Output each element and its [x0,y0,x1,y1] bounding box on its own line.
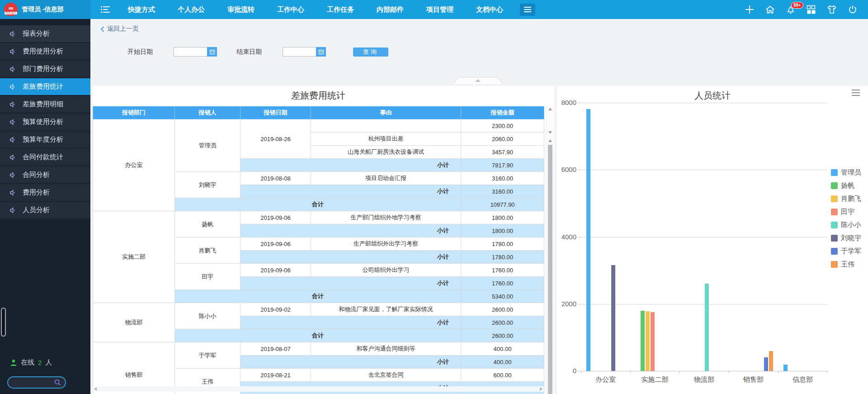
sidebar-item-1[interactable]: 费用使用分析 [0,43,90,60]
app-screen: ∞ 华天动力 管理员 -信息部 快捷方式个人办公审批流转工作中心工作任务内部邮件… [0,0,868,394]
power-icon[interactable] [848,5,857,14]
end-date-input[interactable] [283,47,316,57]
sidebar-item-4[interactable]: 差旅费用明细 [0,96,90,113]
x-tick [729,371,729,373]
speaker-icon [9,154,16,161]
query-button[interactable]: 查询 [353,47,388,57]
collapse-panel-handle[interactable] [452,77,504,84]
nav-item-5[interactable]: 内部邮件 [365,0,415,19]
bar-田宇-实施二部 [651,312,655,371]
sidebar-search-input[interactable] [8,379,54,386]
nav-item-4[interactable]: 工作任务 [316,0,365,19]
subtotal-amount: 2600.00 [461,316,544,329]
legend-item-4[interactable]: 陈小小 [831,218,861,232]
legend-swatch [831,235,838,242]
online-count: 2 [38,359,42,366]
sidebar-menu: 报表分析 费用使用分析 部门费用分析 差旅费用统计 差旅费用明细 预算使用分析 … [0,25,90,218]
cell-department: 办公室 [93,119,175,211]
legend-item-1[interactable]: 扬帆 [831,179,861,192]
start-date-field [174,47,217,57]
nav-item-2[interactable]: 审批流转 [216,0,266,19]
cell-amount: 2600.00 [461,303,544,316]
current-user-label: 管理员 -信息部 [22,5,64,14]
person-icon [10,359,17,366]
cell-amount: 400.00 [461,342,544,356]
theme-shirt-icon[interactable] [827,5,837,14]
speaker-icon [9,136,16,143]
nav-item-3[interactable]: 工作中心 [266,0,316,19]
calendar-icon[interactable] [207,47,217,57]
sidebar-item-7[interactable]: 合同付款统计 [0,149,90,166]
subtotal-label: 小计 [241,277,461,290]
legend-item-0[interactable]: 管理员 [831,166,861,179]
legend-item-2[interactable]: 肖鹏飞 [831,192,861,205]
table-vertical-scrollbar[interactable] [546,105,554,393]
nav-item-7[interactable]: 文档中心 [465,0,514,19]
sidebar-item-0[interactable]: 报表分析 [0,25,90,42]
y-tick-label: 2000 [557,300,576,308]
plus-icon[interactable] [745,5,754,14]
search-icon[interactable] [54,379,61,386]
end-date-label: 结束日期 [236,48,262,56]
sidebar-item-8[interactable]: 合同分析 [0,166,90,183]
bar-肖鹏飞-实施二部 [646,311,650,371]
top-nav: 快捷方式个人办公审批流转工作中心工作任务内部邮件项目管理文档中心 99+ [90,0,868,19]
scrollbar-thumb[interactable] [548,145,552,394]
more-menu-icon[interactable] [520,4,535,16]
y-tick [578,237,581,237]
sidebar-item-6[interactable]: 预算年度分析 [0,131,90,148]
start-date-input[interactable] [174,47,207,57]
cell-department: 物流部 [93,303,175,342]
apps-icon[interactable] [807,5,816,14]
top-nav-items: 快捷方式个人办公审批流转工作中心工作任务内部邮件项目管理文档中心 [117,0,514,19]
sidebar-scroll-handle[interactable] [1,308,6,337]
top-bar: ∞ 华天动力 管理员 -信息部 快捷方式个人办公审批流转工作中心工作任务内部邮件… [0,0,868,19]
total-label: 合计 [175,329,461,342]
home-icon[interactable] [765,5,775,14]
bar-管理员-办公室 [586,109,590,371]
cell-reason: 公司组织外出学习 [311,264,461,277]
legend-item-7[interactable]: 王伟 [831,258,861,271]
sidebar-item-5[interactable]: 预算使用分析 [0,114,90,130]
speaker-icon [9,66,16,73]
cell-date: 2019-08-07 [241,342,311,356]
cell-date: 2019-09-06 [241,211,311,224]
nav-item-0[interactable]: 快捷方式 [117,0,166,19]
x-tick [827,371,828,373]
nav-item-1[interactable]: 个人办公 [166,0,216,19]
x-tick [630,371,631,373]
nav-item-6[interactable]: 项目管理 [415,0,465,19]
sidebar-item-2[interactable]: 部门费用分析 [0,61,90,77]
y-tick-label: 6000 [557,166,576,173]
chart-menu-icon[interactable] [852,90,860,96]
legend-label: 王伟 [841,260,854,269]
legend-label: 于学军 [841,247,861,256]
sidebar-item-3[interactable]: 差旅费用统计 [0,78,90,95]
cell-person: 田宇 [175,264,241,290]
legend-item-3[interactable]: 田宇 [831,205,861,218]
table-horizontal-scrollbar[interactable] [93,386,544,392]
cell-date: 2019-09-06 [241,264,311,277]
logo-infinity-glyph: ∞ [9,5,14,11]
column-header-4: 报销金额 [461,106,544,119]
legend-item-6[interactable]: 于学军 [831,245,861,258]
subtotal-label: 小计 [241,185,461,198]
x-tick [679,371,680,373]
legend-item-5[interactable]: 刘晓宇 [831,232,861,245]
speaker-icon [9,30,16,38]
app-logo[interactable]: ∞ 华天动力 [4,3,18,16]
back-link[interactable]: 返回上一页 [100,25,139,33]
sidebar-item-9[interactable]: 费用分析 [0,184,90,201]
column-header-0: 报销部门 [93,106,175,119]
bell-icon[interactable]: 99+ [786,5,795,14]
legend-swatch [831,222,838,228]
cell-amount: 1780.00 [461,237,544,251]
bar-管理员-信息部 [783,365,788,371]
cell-reason: 项目启动会汇报 [311,172,461,185]
sidebar-item-label: 费用分析 [23,188,50,197]
sidebar-item-10[interactable]: 人员分析 [0,202,90,218]
sidebar-search [7,376,66,389]
list-icon[interactable] [100,5,110,14]
calendar-icon[interactable] [316,47,326,57]
expense-table-panel: 差旅费用统计 报销部门报销人报销日期事由报销金额办公室管理员2019-08-26… [93,86,554,394]
